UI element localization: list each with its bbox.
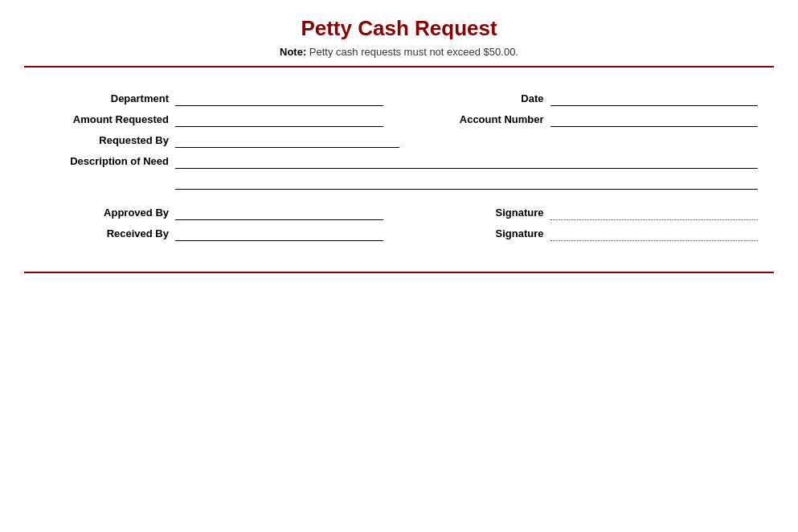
account-number-input-line[interactable] <box>550 113 759 127</box>
page-container: Petty Cash Request Note: Petty cash requ… <box>0 0 798 532</box>
form-section: Department Date Amount Requested Account… <box>24 84 774 256</box>
account-number-label: Account Number <box>415 113 544 127</box>
department-label: Department <box>40 92 169 106</box>
department-input-line[interactable] <box>175 92 383 106</box>
note-label: Note: <box>280 46 306 58</box>
description-row: Description of Need <box>40 154 758 169</box>
note-text: Petty cash requests must not exceed $50.… <box>306 46 518 58</box>
received-by-col: Received By <box>40 227 383 241</box>
department-date-row: Department Date <box>40 92 758 106</box>
date-input-line[interactable] <box>550 92 759 106</box>
amount-requested-label: Amount Requested <box>40 113 169 127</box>
top-divider <box>24 66 774 68</box>
approved-signature-row: Approved By Signature <box>40 206 758 220</box>
signature1-col: Signature <box>415 206 759 220</box>
signature2-input-line[interactable] <box>550 227 759 241</box>
signature2-col: Signature <box>415 227 759 241</box>
date-col: Date <box>415 92 759 106</box>
description-extra-line[interactable] <box>175 175 758 190</box>
account-number-col: Account Number <box>415 113 759 127</box>
requested-by-input-line[interactable] <box>175 133 399 148</box>
description-input-line[interactable] <box>175 154 758 169</box>
department-col: Department <box>40 92 383 106</box>
requested-by-row: Requested By <box>40 133 758 148</box>
page-title: Petty Cash Request <box>24 16 774 41</box>
amount-col: Amount Requested <box>40 113 383 127</box>
requested-by-label: Requested By <box>40 134 169 148</box>
received-by-label: Received By <box>40 227 169 241</box>
signature1-label: Signature <box>415 207 544 220</box>
amount-input-line[interactable] <box>175 113 383 127</box>
description-of-need-label: Description of Need <box>40 155 169 169</box>
received-by-input-line[interactable] <box>175 227 383 241</box>
approved-by-col: Approved By <box>40 206 383 220</box>
signature1-input-line[interactable] <box>550 206 759 220</box>
date-label: Date <box>415 92 544 106</box>
received-signature-row: Received By Signature <box>40 227 758 241</box>
requested-by-col: Requested By <box>40 133 399 148</box>
signature2-label: Signature <box>415 227 544 241</box>
description-extra-line-row <box>40 175 758 190</box>
bottom-divider <box>24 272 774 273</box>
approved-by-label: Approved By <box>40 207 169 220</box>
approved-by-input-line[interactable] <box>175 206 383 220</box>
note-line: Note: Petty cash requests must not excee… <box>24 46 774 58</box>
amount-account-row: Amount Requested Account Number <box>40 113 758 127</box>
